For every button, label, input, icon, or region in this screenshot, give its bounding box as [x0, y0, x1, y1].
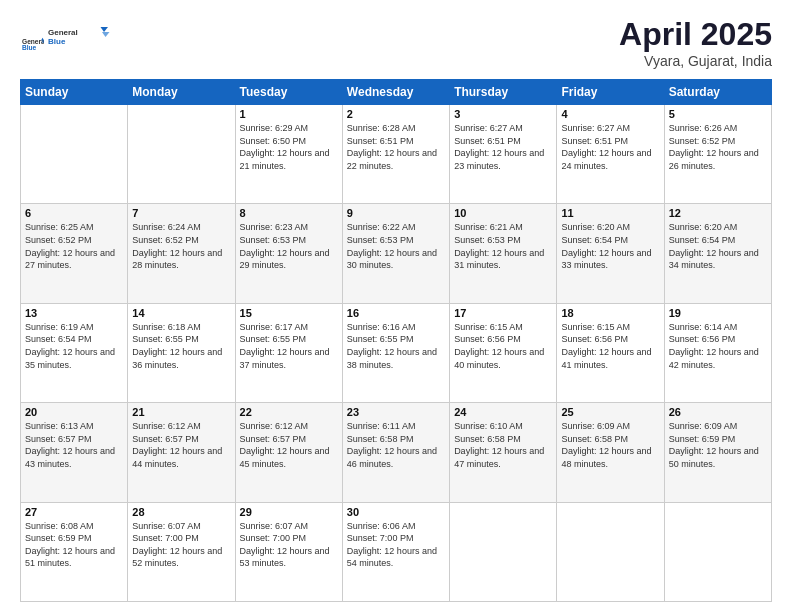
calendar-cell: 5Sunrise: 6:26 AMSunset: 6:52 PMDaylight…	[664, 105, 771, 204]
calendar-cell: 30Sunrise: 6:06 AMSunset: 7:00 PMDayligh…	[342, 502, 449, 601]
day-info: Sunrise: 6:27 AMSunset: 6:51 PMDaylight:…	[561, 122, 659, 172]
page: General Blue General Blue April 2025 Vya…	[0, 0, 792, 612]
day-number: 4	[561, 108, 659, 120]
day-info: Sunrise: 6:13 AMSunset: 6:57 PMDaylight:…	[25, 420, 123, 470]
calendar-cell: 18Sunrise: 6:15 AMSunset: 6:56 PMDayligh…	[557, 303, 664, 402]
calendar-cell: 28Sunrise: 6:07 AMSunset: 7:00 PMDayligh…	[128, 502, 235, 601]
day-info: Sunrise: 6:08 AMSunset: 6:59 PMDaylight:…	[25, 520, 123, 570]
calendar-cell: 24Sunrise: 6:10 AMSunset: 6:58 PMDayligh…	[450, 403, 557, 502]
calendar-cell: 15Sunrise: 6:17 AMSunset: 6:55 PMDayligh…	[235, 303, 342, 402]
calendar-cell: 22Sunrise: 6:12 AMSunset: 6:57 PMDayligh…	[235, 403, 342, 502]
week-row-4: 20Sunrise: 6:13 AMSunset: 6:57 PMDayligh…	[21, 403, 772, 502]
week-row-1: 1Sunrise: 6:29 AMSunset: 6:50 PMDaylight…	[21, 105, 772, 204]
svg-text:Blue: Blue	[48, 37, 66, 46]
day-info: Sunrise: 6:21 AMSunset: 6:53 PMDaylight:…	[454, 221, 552, 271]
calendar-cell	[450, 502, 557, 601]
week-row-3: 13Sunrise: 6:19 AMSunset: 6:54 PMDayligh…	[21, 303, 772, 402]
logo: General Blue General Blue	[20, 16, 118, 60]
day-info: Sunrise: 6:12 AMSunset: 6:57 PMDaylight:…	[132, 420, 230, 470]
day-number: 11	[561, 207, 659, 219]
day-info: Sunrise: 6:09 AMSunset: 6:58 PMDaylight:…	[561, 420, 659, 470]
day-info: Sunrise: 6:23 AMSunset: 6:53 PMDaylight:…	[240, 221, 338, 271]
day-number: 5	[669, 108, 767, 120]
calendar-cell: 27Sunrise: 6:08 AMSunset: 6:59 PMDayligh…	[21, 502, 128, 601]
col-friday: Friday	[557, 80, 664, 105]
col-saturday: Saturday	[664, 80, 771, 105]
day-number: 30	[347, 506, 445, 518]
day-info: Sunrise: 6:12 AMSunset: 6:57 PMDaylight:…	[240, 420, 338, 470]
calendar-cell: 16Sunrise: 6:16 AMSunset: 6:55 PMDayligh…	[342, 303, 449, 402]
day-info: Sunrise: 6:06 AMSunset: 7:00 PMDaylight:…	[347, 520, 445, 570]
day-info: Sunrise: 6:29 AMSunset: 6:50 PMDaylight:…	[240, 122, 338, 172]
day-number: 1	[240, 108, 338, 120]
day-info: Sunrise: 6:17 AMSunset: 6:55 PMDaylight:…	[240, 321, 338, 371]
calendar-cell: 20Sunrise: 6:13 AMSunset: 6:57 PMDayligh…	[21, 403, 128, 502]
day-number: 26	[669, 406, 767, 418]
day-info: Sunrise: 6:24 AMSunset: 6:52 PMDaylight:…	[132, 221, 230, 271]
day-number: 22	[240, 406, 338, 418]
day-info: Sunrise: 6:16 AMSunset: 6:55 PMDaylight:…	[347, 321, 445, 371]
calendar-cell: 9Sunrise: 6:22 AMSunset: 6:53 PMDaylight…	[342, 204, 449, 303]
logo-icon: General Blue	[22, 34, 44, 56]
calendar-cell	[21, 105, 128, 204]
calendar-cell	[664, 502, 771, 601]
day-number: 27	[25, 506, 123, 518]
calendar-cell: 2Sunrise: 6:28 AMSunset: 6:51 PMDaylight…	[342, 105, 449, 204]
day-number: 2	[347, 108, 445, 120]
title-location: Vyara, Gujarat, India	[619, 53, 772, 69]
svg-marker-7	[102, 32, 110, 37]
title-block: April 2025 Vyara, Gujarat, India	[619, 16, 772, 69]
day-number: 17	[454, 307, 552, 319]
col-tuesday: Tuesday	[235, 80, 342, 105]
day-info: Sunrise: 6:27 AMSunset: 6:51 PMDaylight:…	[454, 122, 552, 172]
calendar-cell: 13Sunrise: 6:19 AMSunset: 6:54 PMDayligh…	[21, 303, 128, 402]
calendar-cell: 17Sunrise: 6:15 AMSunset: 6:56 PMDayligh…	[450, 303, 557, 402]
day-info: Sunrise: 6:15 AMSunset: 6:56 PMDaylight:…	[454, 321, 552, 371]
calendar-cell: 12Sunrise: 6:20 AMSunset: 6:54 PMDayligh…	[664, 204, 771, 303]
day-number: 12	[669, 207, 767, 219]
calendar-cell: 11Sunrise: 6:20 AMSunset: 6:54 PMDayligh…	[557, 204, 664, 303]
calendar-cell: 1Sunrise: 6:29 AMSunset: 6:50 PMDaylight…	[235, 105, 342, 204]
day-info: Sunrise: 6:28 AMSunset: 6:51 PMDaylight:…	[347, 122, 445, 172]
calendar-cell	[128, 105, 235, 204]
day-info: Sunrise: 6:26 AMSunset: 6:52 PMDaylight:…	[669, 122, 767, 172]
calendar-cell: 23Sunrise: 6:11 AMSunset: 6:58 PMDayligh…	[342, 403, 449, 502]
day-info: Sunrise: 6:14 AMSunset: 6:56 PMDaylight:…	[669, 321, 767, 371]
day-number: 21	[132, 406, 230, 418]
day-info: Sunrise: 6:20 AMSunset: 6:54 PMDaylight:…	[561, 221, 659, 271]
calendar-cell: 6Sunrise: 6:25 AMSunset: 6:52 PMDaylight…	[21, 204, 128, 303]
day-info: Sunrise: 6:07 AMSunset: 7:00 PMDaylight:…	[132, 520, 230, 570]
day-number: 15	[240, 307, 338, 319]
svg-marker-6	[101, 27, 109, 32]
calendar-cell: 21Sunrise: 6:12 AMSunset: 6:57 PMDayligh…	[128, 403, 235, 502]
calendar-cell: 19Sunrise: 6:14 AMSunset: 6:56 PMDayligh…	[664, 303, 771, 402]
svg-text:Blue: Blue	[22, 44, 37, 51]
day-number: 20	[25, 406, 123, 418]
day-info: Sunrise: 6:22 AMSunset: 6:53 PMDaylight:…	[347, 221, 445, 271]
day-number: 10	[454, 207, 552, 219]
calendar-cell: 3Sunrise: 6:27 AMSunset: 6:51 PMDaylight…	[450, 105, 557, 204]
calendar-cell: 4Sunrise: 6:27 AMSunset: 6:51 PMDaylight…	[557, 105, 664, 204]
day-number: 8	[240, 207, 338, 219]
col-monday: Monday	[128, 80, 235, 105]
day-number: 24	[454, 406, 552, 418]
logo-block: General Blue General Blue	[20, 16, 118, 60]
svg-text:General: General	[48, 28, 78, 37]
day-info: Sunrise: 6:19 AMSunset: 6:54 PMDaylight:…	[25, 321, 123, 371]
calendar-table: Sunday Monday Tuesday Wednesday Thursday…	[20, 79, 772, 602]
calendar-cell: 25Sunrise: 6:09 AMSunset: 6:58 PMDayligh…	[557, 403, 664, 502]
calendar-cell: 26Sunrise: 6:09 AMSunset: 6:59 PMDayligh…	[664, 403, 771, 502]
col-wednesday: Wednesday	[342, 80, 449, 105]
day-number: 3	[454, 108, 552, 120]
day-info: Sunrise: 6:09 AMSunset: 6:59 PMDaylight:…	[669, 420, 767, 470]
day-number: 18	[561, 307, 659, 319]
day-number: 28	[132, 506, 230, 518]
day-number: 13	[25, 307, 123, 319]
calendar-cell: 10Sunrise: 6:21 AMSunset: 6:53 PMDayligh…	[450, 204, 557, 303]
title-month: April 2025	[619, 16, 772, 53]
calendar-cell: 29Sunrise: 6:07 AMSunset: 7:00 PMDayligh…	[235, 502, 342, 601]
col-sunday: Sunday	[21, 80, 128, 105]
week-row-2: 6Sunrise: 6:25 AMSunset: 6:52 PMDaylight…	[21, 204, 772, 303]
calendar-cell: 14Sunrise: 6:18 AMSunset: 6:55 PMDayligh…	[128, 303, 235, 402]
calendar-cell: 8Sunrise: 6:23 AMSunset: 6:53 PMDaylight…	[235, 204, 342, 303]
